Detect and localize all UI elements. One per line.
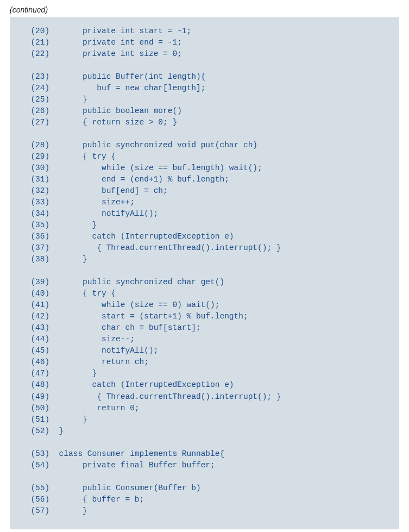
code-line: (32) buf[end] = ch;	[21, 185, 388, 197]
code-line: (47) }	[21, 368, 388, 379]
code-line: (51) }	[21, 414, 388, 425]
code-line: (25) }	[21, 94, 388, 105]
code-line: (56) { buffer = b;	[21, 494, 388, 505]
code-line	[21, 471, 388, 483]
code-line: (39) public synchronized char get()	[21, 277, 388, 288]
code-line: (43) char ch = buf[start];	[21, 322, 388, 334]
code-line: (45) notifyAll();	[21, 345, 388, 356]
code-line: (23) public Buffer(int length){	[21, 71, 388, 83]
code-line: (50) return 0;	[21, 403, 388, 414]
code-line: (40) { try {	[21, 288, 388, 299]
code-line: (28) public synchronized void put(char c…	[21, 140, 388, 151]
code-line: (49) { Thread.currentThread().interrupt(…	[21, 391, 388, 403]
code-line	[21, 128, 388, 140]
code-line: (36) catch (InterruptedException e)	[21, 231, 388, 242]
code-line: (21) private int end = -1;	[21, 37, 388, 48]
code-line: (46) return ch;	[21, 356, 388, 368]
code-line: (53) class Consumer implements Runnable{	[21, 448, 388, 460]
code-line	[21, 60, 388, 71]
continued-label: (continued)	[10, 5, 399, 14]
code-line: (48) catch (InterruptedException e)	[21, 379, 388, 391]
code-line: (44) size--;	[21, 334, 388, 345]
code-line: (33) size++;	[21, 197, 388, 208]
code-line: (42) start = (start+1) % buf.length;	[21, 311, 388, 322]
code-line: (38) }	[21, 254, 388, 265]
code-line	[21, 437, 388, 448]
code-line: (54) private final Buffer buffer;	[21, 460, 388, 471]
code-line: (34) notifyAll();	[21, 208, 388, 220]
code-line: (37) { Thread.currentThread().interrupt(…	[21, 242, 388, 254]
code-line: (35) }	[21, 220, 388, 231]
code-line: (26) public boolean more()	[21, 105, 388, 117]
page: (continued) (20) private int start = -1;…	[0, 0, 409, 532]
code-line: (55) public Consumer(Buffer b)	[21, 483, 388, 494]
code-line: (27) { return size > 0; }	[21, 117, 388, 128]
code-line: (41) while (size == 0) wait();	[21, 299, 388, 311]
code-line: (30) while (size == buf.length) wait();	[21, 162, 388, 174]
code-line: (29) { try {	[21, 151, 388, 162]
code-line	[21, 265, 388, 277]
code-line: (22) private int size = 0;	[21, 48, 388, 60]
code-line: (24) buf = new char[length];	[21, 83, 388, 94]
code-line: (20) private int start = -1;	[21, 26, 388, 37]
code-listing: (20) private int start = -1; (21) privat…	[10, 17, 399, 529]
code-line: (57) }	[21, 505, 388, 517]
code-line: (52) }	[21, 425, 388, 437]
code-line: (31) end = (end+1) % buf.length;	[21, 174, 388, 185]
